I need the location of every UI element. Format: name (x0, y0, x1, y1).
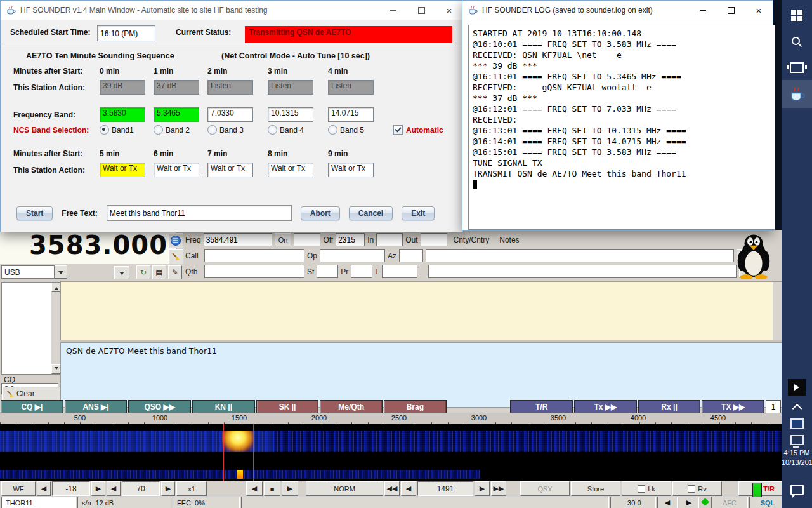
frequency-field[interactable]: 14.0715 (328, 107, 374, 122)
abort-button[interactable]: Abort (301, 206, 340, 220)
frequency-field[interactable]: 10.1315 (268, 107, 313, 122)
show-hidden-icons[interactable] (782, 400, 812, 414)
carrier-coarse-up-button[interactable]: ▶▶ (491, 481, 506, 496)
log-text-area[interactable]: STARTED AT 2019-10-13T16:10:00.148 @16:1… (468, 25, 775, 230)
tray-vm-button[interactable] (782, 415, 812, 432)
chevron-down-icon[interactable] (55, 265, 67, 279)
sql-button[interactable]: SQL (749, 497, 786, 508)
macro-button-cq[interactable]: CQ ▶| (1, 400, 63, 414)
cancel-button[interactable]: Cancel (349, 206, 393, 220)
exit-button[interactable]: Exit (402, 206, 435, 220)
frequency-field[interactable]: 5.3465 (154, 107, 199, 122)
macro-set-button[interactable]: 1 (766, 400, 781, 414)
reverse-button[interactable]: Rv (672, 481, 722, 496)
op-input[interactable] (320, 249, 385, 262)
frequency-display[interactable]: 3583.000 (0, 230, 177, 264)
range-up-button[interactable]: ▶ (161, 481, 175, 496)
signal-browser-list[interactable] (1, 282, 60, 375)
frequency-field[interactable]: 3.5830 (100, 107, 145, 122)
notes-wide-input-2[interactable] (428, 265, 737, 278)
scroll-right-button[interactable]: ▶ (282, 481, 298, 496)
waterfall-display[interactable] (0, 424, 782, 481)
on-button[interactable]: On (275, 233, 292, 246)
band2-radio[interactable] (154, 125, 163, 135)
mode-status-button[interactable]: THOR11 (1, 497, 76, 508)
tx-text-area[interactable]: QSN de AE7TO Meet this band Thor11 (60, 342, 793, 408)
out-input[interactable] (421, 233, 447, 246)
on-input[interactable] (294, 233, 320, 246)
sync-icon[interactable]: ↻ (136, 265, 150, 279)
l-input[interactable] (382, 265, 417, 278)
macro-button-kn[interactable]: KN || (192, 400, 255, 414)
task-view-button[interactable] (782, 55, 812, 80)
scroll-left-button[interactable]: ◀ (246, 481, 263, 496)
in-input[interactable] (376, 233, 403, 246)
macro-button-txcaps[interactable]: TX ▶▶ (702, 400, 764, 414)
wf-speed-button[interactable]: NORM (306, 481, 383, 496)
scroll-down-icon[interactable] (51, 364, 61, 374)
wf-mode-button[interactable]: WF (1, 481, 36, 496)
band1-radio[interactable] (100, 125, 109, 135)
macro-button-me-qth[interactable]: Me/Qth (320, 400, 383, 414)
carrier-coarse-down-button[interactable]: ◀◀ (384, 481, 400, 496)
qth-input[interactable] (204, 265, 304, 278)
automatic-checkbox[interactable] (393, 125, 403, 135)
maximize-button[interactable] (407, 1, 435, 20)
globe-button[interactable] (168, 233, 183, 248)
squelch-up-button[interactable]: ▶ (679, 497, 699, 508)
qsy-button[interactable]: QSY (520, 481, 570, 496)
taskbar-clock[interactable]: 4:15 PM 10/13/2019 (782, 448, 812, 467)
rx-scrollbar[interactable] (773, 282, 782, 341)
band3-radio[interactable] (207, 125, 217, 135)
browser-scrollbar[interactable] (51, 283, 60, 374)
macro-button-brag[interactable]: Brag (384, 400, 447, 414)
afc-button[interactable]: AFC (711, 497, 748, 508)
store-button[interactable]: Store (571, 481, 620, 496)
band5-radio[interactable] (328, 125, 337, 135)
carrier-down-button[interactable]: ◀ (401, 481, 416, 496)
tab-cnty-cntry[interactable]: Cnty/Cntry (450, 235, 494, 245)
macro-button-sk[interactable]: SK || (256, 400, 319, 414)
free-text-input[interactable] (107, 205, 292, 221)
scheduled-start-field[interactable] (97, 25, 155, 41)
action-center-button[interactable] (782, 480, 812, 499)
search-button[interactable] (782, 29, 812, 55)
squelch-down-button[interactable]: ◀ (657, 497, 678, 508)
start-button[interactable] (782, 3, 812, 28)
minimize-button[interactable] (689, 1, 717, 20)
mode-select[interactable]: USB (1, 265, 67, 279)
macro-button-qso[interactable]: QSO ▶▶ (128, 400, 191, 414)
rx-text-area[interactable] (60, 281, 783, 342)
upper-level-up-button[interactable]: ▶ (91, 481, 105, 496)
maximize-button[interactable] (717, 1, 745, 20)
lock-button[interactable]: Lk (622, 481, 671, 496)
taskbar-java-app[interactable] (782, 80, 812, 108)
frequency-field[interactable]: 7.0330 (207, 107, 253, 122)
macro-button-rx[interactable]: Rx || (638, 400, 701, 414)
tab-notes[interactable]: Notes (495, 235, 523, 245)
scroll-up-icon[interactable] (51, 283, 61, 292)
close-button[interactable]: × (435, 1, 463, 20)
tray-network-button[interactable] (782, 432, 812, 448)
pr-input[interactable] (351, 265, 372, 278)
squelch-level-display[interactable]: -30.0 (610, 497, 656, 508)
carrier-up-button[interactable]: ▶ (475, 481, 490, 496)
call-input[interactable] (204, 249, 304, 262)
upper-level-down-button[interactable]: ◀ (37, 481, 51, 496)
log-window-titlebar[interactable]: HF SOUNDER LOG (saved to sounder.log on … (462, 1, 773, 20)
minimize-button[interactable] (379, 1, 407, 20)
zoom-button[interactable]: x1 (176, 481, 207, 496)
range-down-button[interactable]: ◀ (107, 481, 121, 496)
st-input[interactable] (317, 265, 338, 278)
start-button[interactable]: Start (16, 206, 53, 220)
az-input[interactable] (399, 249, 423, 262)
macro-button-ans[interactable]: ANS ▶| (65, 400, 128, 414)
sweep-button[interactable] (168, 249, 183, 264)
carrier-frequency-display[interactable]: 1491 (417, 481, 473, 496)
close-button[interactable]: × (745, 1, 773, 20)
freq-input[interactable] (204, 233, 272, 246)
pencil-icon[interactable]: ✎ (168, 265, 182, 279)
aux-combo-button[interactable] (114, 266, 129, 279)
notes-wide-input-1[interactable] (426, 249, 734, 262)
macro-button-tr[interactable]: T/R (510, 400, 573, 414)
